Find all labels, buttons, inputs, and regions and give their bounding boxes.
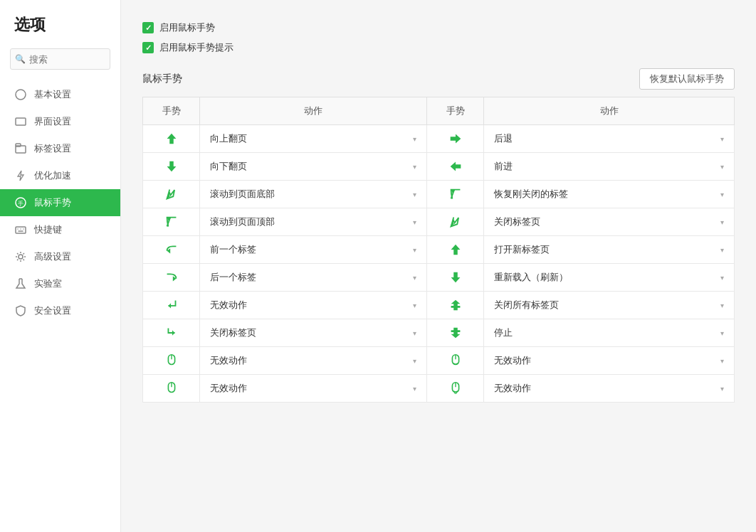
action-cell-right-6[interactable]: 关闭所有标签页 ▾ xyxy=(484,292,735,319)
sidebar-item-lab[interactable]: 实验室 xyxy=(0,270,120,297)
action-cell-left-0[interactable]: 向上翻页 ▾ xyxy=(200,125,427,153)
tab-icon xyxy=(14,142,27,155)
sidebar-item-advanced[interactable]: 高级设置 xyxy=(0,243,120,270)
sidebar-label-basic: 基本设置 xyxy=(34,88,71,101)
action-cell-left-8[interactable]: 无效动作 ▾ xyxy=(200,347,427,375)
gear-icon xyxy=(14,250,27,263)
checkbox-enable-gesture[interactable] xyxy=(142,22,154,33)
gesture-icon-left-7 xyxy=(143,319,200,347)
gesture-icon-right-1 xyxy=(427,153,484,181)
checkbox-enable-tip[interactable] xyxy=(142,42,154,53)
action-cell-left-2[interactable]: 滚动到页面底部 ▾ xyxy=(200,181,427,208)
action-cell-right-9[interactable]: 无效动作 ▾ xyxy=(484,375,735,403)
action-cell-right-8[interactable]: 无效动作 ▾ xyxy=(484,347,735,375)
sidebar-label-lab: 实验室 xyxy=(34,277,62,290)
bolt-icon xyxy=(14,169,27,182)
sidebar-label-advanced: 高级设置 xyxy=(34,250,71,263)
sidebar-item-gesture[interactable]: 手 鼠标手势 xyxy=(0,189,120,216)
gesture-icon-right-0 xyxy=(427,125,484,153)
svg-rect-1 xyxy=(16,118,26,125)
table-row: 无效动作 ▾ 无效动作 ▾ xyxy=(143,375,735,403)
gesture-icon-right-8 xyxy=(427,347,484,375)
gesture-table: 手势 动作 手势 动作 向上翻页 ▾ 后退 ▾ xyxy=(142,97,735,403)
col-header-gesture1: 手势 xyxy=(143,97,200,125)
action-cell-right-7[interactable]: 停止 ▾ xyxy=(484,319,735,347)
sidebar-label-shortcut: 快捷键 xyxy=(34,223,62,236)
sidebar: 选项 🔍 基本设置 界面设置 标签设置 优化加速 手 鼠标手势 xyxy=(0,0,121,532)
action-cell-left-6[interactable]: 无效动作 ▾ xyxy=(200,292,427,319)
circle-icon xyxy=(14,88,27,101)
checkbox-label-gesture: 启用鼠标手势 xyxy=(159,21,215,34)
gesture-icon-left-8 xyxy=(143,347,200,375)
sidebar-label-optimize: 优化加速 xyxy=(34,169,71,182)
gesture-icon-right-3 xyxy=(427,208,484,236)
sidebar-item-tab[interactable]: 标签设置 xyxy=(0,135,120,162)
gesture-icon-right-4 xyxy=(427,236,484,264)
svg-marker-21 xyxy=(172,330,174,335)
svg-marker-4 xyxy=(18,171,23,181)
table-row: 关闭标签页 ▾ 停止 ▾ xyxy=(143,319,735,347)
checkbox-row-tip: 启用鼠标手势提示 xyxy=(142,41,735,54)
table-row: 滚动到页面底部 ▾ 恢复刚关闭的标签 ▾ xyxy=(143,181,735,208)
gesture-icon-right-6 xyxy=(427,292,484,319)
restore-default-button[interactable]: 恢复默认鼠标手势 xyxy=(639,68,735,90)
gesture-icon-left-2 xyxy=(143,181,200,208)
action-cell-right-5[interactable]: 重新载入（刷新） ▾ xyxy=(484,264,735,292)
gesture-icon-left-1 xyxy=(143,153,200,181)
table-row: 滚动到页面顶部 ▾ 关闭标签页 ▾ xyxy=(143,208,735,236)
svg-marker-20 xyxy=(168,303,171,308)
gesture-icon-right-5 xyxy=(427,264,484,292)
gesture-icon-left-4 xyxy=(143,236,200,264)
action-cell-left-5[interactable]: 后一个标签 ▾ xyxy=(200,264,427,292)
col-header-action1: 动作 xyxy=(200,97,427,125)
sidebar-label-security: 安全设置 xyxy=(34,304,71,317)
table-row: 无效动作 ▾ 无效动作 ▾ xyxy=(143,347,735,375)
action-cell-right-3[interactable]: 关闭标签页 ▾ xyxy=(484,208,735,236)
gesture-icon-left-3 xyxy=(143,208,200,236)
svg-rect-3 xyxy=(16,144,21,147)
sidebar-item-basic[interactable]: 基本设置 xyxy=(0,81,120,108)
sidebar-label-ui: 界面设置 xyxy=(34,115,71,128)
gesture-icon-right-2 xyxy=(427,181,484,208)
section-header: 鼠标手势 恢复默认鼠标手势 xyxy=(142,68,735,90)
sidebar-label-gesture: 鼠标手势 xyxy=(34,196,71,209)
action-cell-left-3[interactable]: 滚动到页面顶部 ▾ xyxy=(200,208,427,236)
table-row: 前一个标签 ▾ 打开新标签页 ▾ xyxy=(143,236,735,264)
page-title: 选项 xyxy=(0,14,120,43)
col-header-gesture2: 手势 xyxy=(427,97,484,125)
table-row: 向下翻页 ▾ 前进 ▾ xyxy=(143,153,735,181)
action-cell-right-1[interactable]: 前进 ▾ xyxy=(484,153,735,181)
gesture-icon-left-6 xyxy=(143,292,200,319)
table-row: 向上翻页 ▾ 后退 ▾ xyxy=(143,125,735,153)
table-row: 后一个标签 ▾ 重新载入（刷新） ▾ xyxy=(143,264,735,292)
sidebar-item-ui[interactable]: 界面设置 xyxy=(0,108,120,135)
sidebar-item-security[interactable]: 安全设置 xyxy=(0,297,120,324)
svg-rect-7 xyxy=(16,227,26,233)
rect-icon xyxy=(14,115,27,128)
action-cell-right-0[interactable]: 后退 ▾ xyxy=(484,125,735,153)
gesture-icon-right-7 xyxy=(427,319,484,347)
col-header-action2: 动作 xyxy=(484,97,735,125)
svg-point-0 xyxy=(16,90,26,100)
shield-icon xyxy=(14,304,27,317)
action-cell-left-9[interactable]: 无效动作 ▾ xyxy=(200,375,427,403)
main-content: 启用鼠标手势 启用鼠标手势提示 鼠标手势 恢复默认鼠标手势 手势 动作 手势 动… xyxy=(121,0,756,532)
action-cell-left-7[interactable]: 关闭标签页 ▾ xyxy=(200,319,427,347)
table-row: 无效动作 ▾ 关闭所有标签页 ▾ xyxy=(143,292,735,319)
svg-text:手: 手 xyxy=(18,201,23,207)
sidebar-item-optimize[interactable]: 优化加速 xyxy=(0,162,120,189)
gesture-icon-left-5 xyxy=(143,264,200,292)
gesture-icon: 手 xyxy=(14,196,27,209)
action-cell-left-1[interactable]: 向下翻页 ▾ xyxy=(200,153,427,181)
gesture-icon-left-0 xyxy=(143,125,200,153)
section-title: 鼠标手势 xyxy=(142,73,182,85)
gesture-icon-left-9 xyxy=(143,375,200,403)
svg-point-12 xyxy=(19,255,23,259)
search-wrap: 🔍 xyxy=(0,43,120,81)
keyboard-icon xyxy=(14,223,27,236)
sidebar-item-shortcut[interactable]: 快捷键 xyxy=(0,216,120,243)
action-cell-right-4[interactable]: 打开新标签页 ▾ xyxy=(484,236,735,264)
checkbox-label-tip: 启用鼠标手势提示 xyxy=(159,41,233,54)
action-cell-left-4[interactable]: 前一个标签 ▾ xyxy=(200,236,427,264)
action-cell-right-2[interactable]: 恢复刚关闭的标签 ▾ xyxy=(484,181,735,208)
